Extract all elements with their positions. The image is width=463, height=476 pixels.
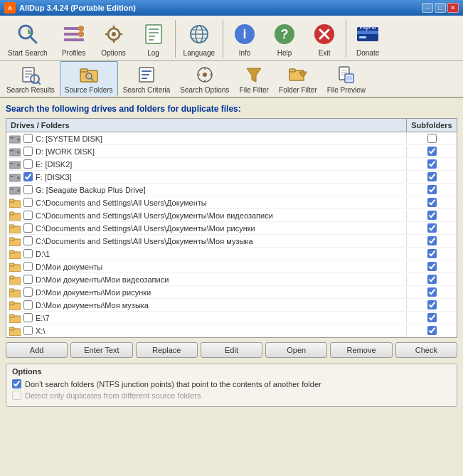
profiles-label: Profiles <box>62 49 85 57</box>
file-filter-label: File Filter <box>240 86 269 94</box>
row-folder-cell: C:\Documents and Settings\All Users\Доку… <box>6 197 407 208</box>
check-button[interactable]: Check <box>395 342 457 358</box>
row-checkbox[interactable] <box>23 147 33 156</box>
toolbar-help[interactable]: ? Help <box>265 17 304 60</box>
close-button[interactable]: ✕ <box>447 3 459 13</box>
tab-search-options[interactable]: Search Options <box>175 61 234 97</box>
folder-icon <box>9 211 21 221</box>
svg-rect-101 <box>9 314 14 317</box>
row-checkbox[interactable] <box>23 275 33 284</box>
toolbar-language[interactable]: Language <box>177 17 222 60</box>
svg-rect-95 <box>9 276 14 279</box>
row-subfolder-cell <box>407 184 457 195</box>
subfolder-checkbox[interactable] <box>427 300 437 310</box>
tab-file-preview[interactable]: File Preview <box>322 61 371 97</box>
row-checkbox[interactable] <box>23 236 33 245</box>
drive-icon <box>9 147 21 157</box>
tab-file-filter[interactable]: File Filter <box>234 61 274 97</box>
row-checkbox[interactable] <box>23 249 33 258</box>
row-subfolder-cell <box>407 300 457 310</box>
subfolder-checkbox[interactable] <box>427 287 437 297</box>
subfolder-checkbox[interactable] <box>427 275 437 284</box>
tab-folder-filter[interactable]: Folder Filter <box>274 61 321 97</box>
toolbar-donate[interactable]: PayPal Donate <box>348 17 388 60</box>
replace-button[interactable]: Replace <box>136 342 198 358</box>
row-checkbox[interactable] <box>23 159 33 169</box>
section-title: Search the following drives and folders … <box>6 104 457 114</box>
log-icon <box>141 21 166 47</box>
help-label: Help <box>277 49 292 57</box>
open-button[interactable]: Open <box>265 342 327 358</box>
svg-rect-66 <box>346 76 352 80</box>
subfolder-checkbox[interactable] <box>427 313 437 322</box>
row-checkbox[interactable] <box>23 300 33 310</box>
row-path: D: [WORK DISK] <box>36 147 95 156</box>
maximize-button[interactable]: □ <box>435 3 446 13</box>
no-junctions-checkbox[interactable] <box>12 379 21 388</box>
subfolder-checkbox[interactable] <box>427 159 437 169</box>
subfolder-checkbox[interactable] <box>427 185 437 194</box>
toolbar-log[interactable]: Log <box>134 17 174 60</box>
diff-sources-checkbox <box>12 391 21 400</box>
table-row: D:\Мои документы\Мои рисунки <box>6 286 457 299</box>
tab-search-results[interactable]: Search Results <box>1 61 60 97</box>
row-checkbox[interactable] <box>23 185 33 194</box>
subfolder-checkbox[interactable] <box>427 147 437 156</box>
toolbar-info[interactable]: i Info <box>225 17 265 60</box>
row-subfolder-cell <box>407 197 457 208</box>
table-row: E:\7 <box>6 312 457 324</box>
row-checkbox[interactable] <box>23 198 33 207</box>
subfolder-checkbox[interactable] <box>427 236 437 245</box>
title-bar-controls: − □ ✕ <box>422 3 459 13</box>
row-checkbox[interactable] <box>23 313 33 322</box>
enter-text-button[interactable]: Enter Text <box>70 342 132 358</box>
subfolder-checkbox[interactable] <box>427 262 437 271</box>
subfolder-checkbox[interactable] <box>427 211 437 220</box>
row-checkbox[interactable] <box>23 134 33 143</box>
tab-source-folders[interactable]: Source Folders <box>60 61 118 97</box>
svg-rect-93 <box>9 263 14 266</box>
minimize-button[interactable]: − <box>422 3 433 13</box>
row-checkbox[interactable] <box>23 287 33 297</box>
subfolder-checkbox[interactable] <box>427 223 437 233</box>
row-checkbox[interactable] <box>23 262 33 271</box>
edit-button[interactable]: Edit <box>201 342 262 358</box>
svg-rect-81 <box>10 189 14 190</box>
table-row: D: [WORK DISK] <box>6 145 457 158</box>
info-icon: i <box>232 21 257 47</box>
diff-sources-label: Detect only duplicates from different so… <box>25 391 201 400</box>
row-checkbox[interactable] <box>23 211 33 220</box>
subfolder-checkbox[interactable] <box>427 198 437 207</box>
search-results-icon <box>21 65 41 85</box>
add-button[interactable]: Add <box>6 342 68 358</box>
table-row: X:\ <box>6 324 457 337</box>
row-checkbox[interactable] <box>23 326 33 335</box>
toolbar-start-search[interactable]: Start Search <box>1 17 54 60</box>
row-path: E:\7 <box>36 314 50 322</box>
search-criteria-label: Search Criteria <box>123 86 171 94</box>
svg-rect-34 <box>357 31 378 34</box>
svg-rect-87 <box>9 225 14 228</box>
row-folder-cell: C: [SYSTEM DISK] <box>6 133 407 144</box>
subfolder-checkbox[interactable] <box>427 326 437 335</box>
row-checkbox[interactable] <box>23 223 33 233</box>
row-subfolder-cell <box>407 223 457 233</box>
toolbar-sep-2 <box>223 20 223 58</box>
row-folder-cell: D:\Мои документы\Мои видеозаписи <box>6 274 407 285</box>
row-checkbox[interactable] <box>23 172 33 181</box>
subfolder-checkbox[interactable] <box>427 172 437 181</box>
remove-button[interactable]: Remove <box>330 342 392 358</box>
toolbar-options[interactable]: Options <box>94 17 134 60</box>
toolbar-profiles[interactable]: Profiles <box>54 17 94 60</box>
folder-icon <box>9 249 21 259</box>
title-bar: A AllDup 3.4.24 (Portable Edition) − □ ✕ <box>0 0 463 16</box>
toolbar-exit[interactable]: Exit <box>304 17 344 60</box>
row-path: D:\Мои документы\Моя музыка <box>36 301 149 310</box>
subfolder-checkbox[interactable] <box>427 249 437 258</box>
row-folder-cell: E: [DISK2] <box>6 159 407 170</box>
table-body: C: [SYSTEM DISK] D: [WORK DISK] E: [DISK… <box>6 132 457 337</box>
tab-search-criteria[interactable]: Search Criteria <box>118 61 176 97</box>
subfolder-checkbox[interactable] <box>427 134 437 143</box>
table-row: G: [Seagate Backup Plus Drive] <box>6 184 457 196</box>
table-row: C:\Documents and Settings\All Users\Доку… <box>6 209 457 222</box>
